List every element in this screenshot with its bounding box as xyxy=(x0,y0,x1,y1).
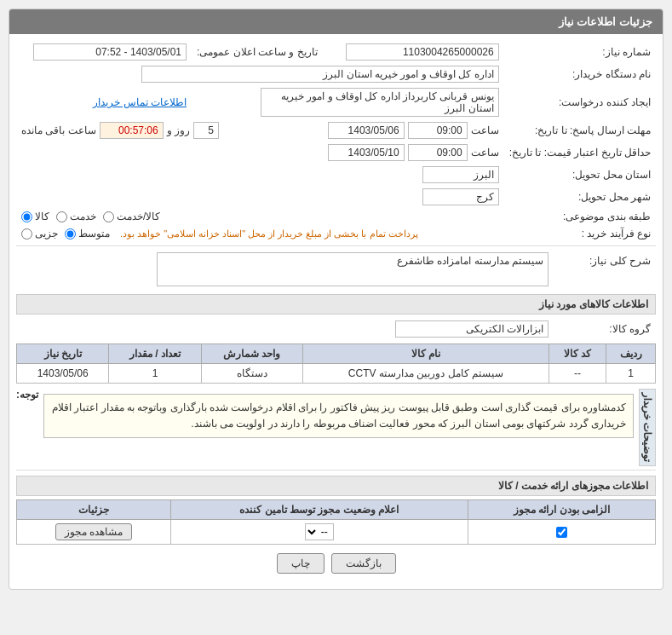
contact-link[interactable]: اطلاعات تماس خریدار xyxy=(93,96,187,108)
process-jozi-radio[interactable] xyxy=(21,228,32,240)
cell-row: 1 xyxy=(606,364,656,384)
date-label: تاریخ و ساعت اعلان عمومی: xyxy=(192,41,323,63)
category-both-label: کالا/خدمت xyxy=(117,211,160,222)
mandatory-checkbox[interactable] xyxy=(556,527,567,538)
col-unit: واحد شمارش xyxy=(201,344,302,364)
date-value: 1403/05/01 - 07:52 xyxy=(33,43,187,61)
category-both-item: کالا/خدمت xyxy=(103,211,160,222)
goods-services-section: اطلاعات مجوزهای ارائه خدمت / کالا xyxy=(16,476,656,496)
col-row: ردیف xyxy=(606,344,656,364)
note-label: توجه: xyxy=(16,389,38,401)
process-label: نوع فرآیند خرید : xyxy=(504,225,656,242)
provider-col-mandatory: الزامی بودن ارائه مجوز xyxy=(468,500,655,520)
process-note: پرداخت تمام با بخشی از مبلغ خریدار از مح… xyxy=(120,228,418,240)
response-time-value: 09:00 xyxy=(408,122,468,139)
cell-unit: دستگاه xyxy=(201,364,302,384)
provider-col-details: جزئیات xyxy=(17,500,171,520)
category-kala-radio[interactable] xyxy=(21,211,32,222)
provider-table: الزامی بودن ارائه مجوز اعلام وضعیت مجوز … xyxy=(16,499,656,545)
buyer-notes-label: توضیحات خریدار xyxy=(639,389,656,466)
bottom-buttons: بازگشت چاپ xyxy=(16,545,656,582)
response-days-label: روز و xyxy=(167,124,190,136)
col-date: تاریخ نیاز xyxy=(17,344,109,364)
process-jozi-label: جزیی xyxy=(35,228,58,240)
goods-group-label: گروه کالا: xyxy=(554,318,656,340)
province-label: استان محل تحویل: xyxy=(504,164,656,186)
creator-value: یونس قربانی کاربرداز اداره کل اوقاف و ام… xyxy=(261,88,499,117)
goods-group-value: ابزارالات الکتریکی xyxy=(395,320,549,338)
provider-row: -- مشاهده مجوز xyxy=(17,520,656,545)
note-text: کدمشاوره برای قیمت گذاری است وطبق قابل پ… xyxy=(43,394,634,438)
category-khedmat-label: خدمت xyxy=(70,211,96,222)
provider-col-status: اعلام وضعیت مجوز توسط تامین کننده xyxy=(170,500,468,520)
view-button[interactable]: مشاهده مجوز xyxy=(55,523,132,540)
city-label: شهر محل تحویل: xyxy=(504,186,656,208)
col-code: کد کالا xyxy=(549,344,606,364)
process-motevaset-item: متوسط xyxy=(65,228,110,240)
category-both-radio[interactable] xyxy=(103,211,114,222)
buyer-name-value: اداره کل اوقاف و امور خیریه استان البرز xyxy=(141,66,499,83)
response-days-value: 5 xyxy=(193,122,219,139)
process-motevaset-label: متوسط xyxy=(78,228,110,240)
cell-date: 1403/05/06 xyxy=(17,364,109,384)
category-label: طبقه بندی موضوعی: xyxy=(504,208,656,225)
response-remaining-value: 00:57:06 xyxy=(100,122,164,139)
buyer-name-label: نام دستگاه خریدار: xyxy=(504,63,656,85)
price-date-value: 1403/05/10 xyxy=(328,144,405,161)
price-time-label: ساعت xyxy=(471,147,499,159)
request-number-label: شماره نیاز: xyxy=(504,41,656,63)
city-value: کرج xyxy=(422,188,499,205)
cell-quantity: 1 xyxy=(109,364,201,384)
goods-section-title: اطلاعات کالاهای مورد نیاز xyxy=(16,294,656,315)
response-remaining-label: ساعت باقی مانده xyxy=(21,124,96,136)
creator-label: ایجاد کننده درخواست: xyxy=(504,85,656,119)
panel-title: جزئیات اطلاعات نیاز xyxy=(559,15,652,28)
need-description-label: شرح کلی نیاز: xyxy=(554,250,656,289)
response-time-label: ساعت xyxy=(471,124,499,136)
col-qty: تعداد / مقدار xyxy=(109,344,201,364)
status-select[interactable]: -- xyxy=(305,523,334,540)
table-row: 1 -- سیستم کامل دوربین مدارسته CCTV دستگ… xyxy=(17,364,656,384)
category-khedmat-radio[interactable] xyxy=(56,211,67,222)
process-jozi-item: جزیی xyxy=(21,228,58,240)
print-button[interactable]: چاپ xyxy=(277,553,325,574)
goods-table: ردیف کد کالا نام کالا واحد شمارش تعداد /… xyxy=(16,343,656,384)
cell-name: سیستم کامل دوربین مدارسته CCTV xyxy=(302,364,549,384)
price-time-value: 09:00 xyxy=(408,144,468,161)
panel-header: جزئیات اطلاعات نیاز xyxy=(9,9,663,34)
cell-code: -- xyxy=(549,364,606,384)
need-description-value: سیستم مدارسته امامزاده طاشفرع xyxy=(157,252,549,286)
category-kala-item: کالا xyxy=(21,211,49,222)
mandatory-checkbox-container xyxy=(474,527,650,538)
request-number-value: 1103004265000026 xyxy=(346,43,499,61)
process-motevaset-radio[interactable] xyxy=(65,228,76,240)
category-khedmat-item: خدمت xyxy=(56,211,96,222)
category-kala-label: کالا xyxy=(35,211,49,222)
col-name: نام کالا xyxy=(302,344,549,364)
back-button[interactable]: بازگشت xyxy=(331,553,396,574)
price-deadline-label: حداقل تاریخ اعتبار قیمت: تا تاریخ: xyxy=(504,141,656,164)
response-deadline-label: مهلت ارسال پاسخ: تا تاریخ: xyxy=(504,119,656,141)
response-date-value: 1403/05/06 xyxy=(328,122,405,139)
province-value: البرز xyxy=(422,166,499,183)
